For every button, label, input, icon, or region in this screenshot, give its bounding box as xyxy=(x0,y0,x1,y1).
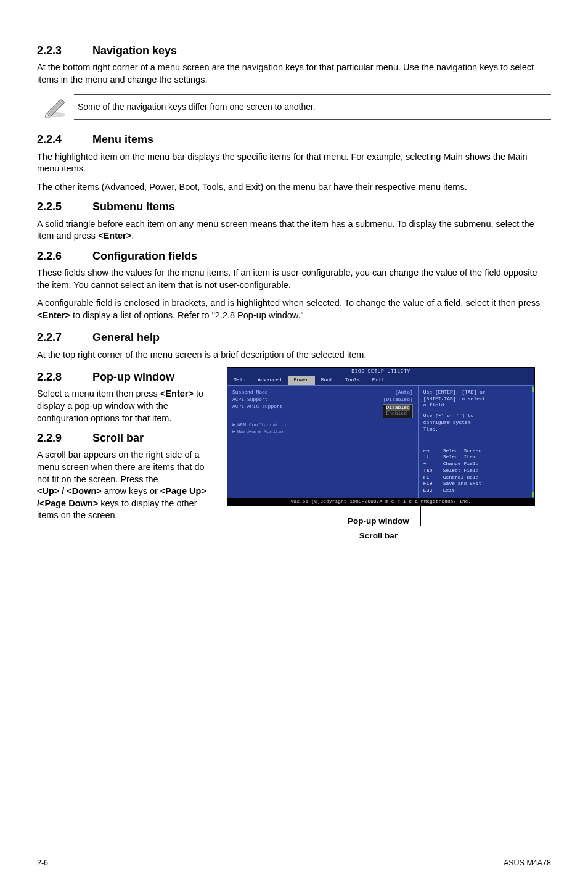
bios-help-text: Time. xyxy=(423,426,529,433)
bios-tab-advanced: Advanced xyxy=(251,376,287,385)
bios-row-value: [Disabled] xyxy=(383,397,413,403)
text: A configurable field is enclosed in brac… xyxy=(37,298,540,308)
heading-title: Pop-up window xyxy=(92,371,174,383)
text: to display a list of options. Refer to "… xyxy=(70,310,304,320)
bios-key: ↑↓ xyxy=(423,454,439,461)
bios-title: BIOS SETUP UTILITY xyxy=(227,368,534,376)
bios-row-label: ACPI APIC support xyxy=(232,403,283,418)
bios-sub-label: APM Configuration xyxy=(237,422,288,427)
bios-key-desc: Select Screen xyxy=(443,448,481,455)
text: Select a menu item then press xyxy=(37,389,160,398)
bios-keys: ←→Select Screen ↑↓Select Item +-Change F… xyxy=(423,448,529,495)
bios-left-pane: Suspend Mode[Auto] ACPI Support[Disabled… xyxy=(227,386,419,498)
heading-title: Submenu items xyxy=(92,200,175,213)
heading-2-2-8: 2.2.8Pop-up window xyxy=(37,369,216,384)
bios-help-text: Use [ENTER], [TAB] or xyxy=(423,389,529,396)
bios-tabs: Main Advanced Power Boot Tools Exit xyxy=(227,376,534,385)
bios-key-desc: Change Field xyxy=(443,461,479,468)
heading-num: 2.2.4 xyxy=(37,132,92,147)
heading-2-2-4: 2.2.4Menu items xyxy=(37,132,551,147)
text: arrow keys or xyxy=(102,486,160,496)
heading-num: 2.2.6 xyxy=(37,249,92,263)
body-2-2-4-b: The other items (Advanced, Power, Boot, … xyxy=(37,181,551,194)
bios-footer: v02.61 (C)Copyright 1985-2008,A m e r i … xyxy=(227,498,534,505)
body-2-2-3: At the bottom right corner of a menu scr… xyxy=(37,62,551,86)
heading-num: 2.2.3 xyxy=(37,43,92,58)
bios-help-text: [SHIFT-TAB] to select xyxy=(423,396,529,403)
body-2-2-9-b: <Up> / <Down> arrow keys or <Page Up> /<… xyxy=(37,485,216,522)
bios-help-text: a field. xyxy=(423,402,529,409)
heading-num: 2.2.5 xyxy=(37,199,92,214)
bios-help-text: Use [+] or [-] to xyxy=(423,413,529,419)
key-enter: <Enter> xyxy=(160,389,194,398)
bios-help-pane: Use [ENTER], [TAB] or [SHIFT-TAB] to sel… xyxy=(419,386,534,498)
heading-num: 2.2.8 xyxy=(37,369,92,384)
bios-tab-boot: Boot xyxy=(315,376,339,385)
bios-key: ESC xyxy=(423,487,439,494)
bios-tab-tools: Tools xyxy=(339,376,366,385)
bios-help-text: configure system xyxy=(423,419,529,426)
popup-window-callout: Pop-up window xyxy=(348,516,409,527)
heading-num: 2.2.9 xyxy=(37,431,92,445)
bios-key: F10 xyxy=(423,481,439,487)
bios-scrollbar xyxy=(532,386,534,498)
bios-key-desc: Save and Exit xyxy=(443,481,481,487)
body-2-2-6-b: A configurable field is enclosed in brac… xyxy=(37,297,551,321)
key-enter: <Enter> xyxy=(98,231,131,241)
callout-line xyxy=(420,506,421,526)
bios-tab-main: Main xyxy=(227,376,251,385)
callout-line xyxy=(378,506,378,514)
bios-key: Tab xyxy=(423,468,439,474)
heading-2-2-6: 2.2.6Configuration fields xyxy=(37,249,551,263)
bios-key: +- xyxy=(423,461,439,468)
body-2-2-7: At the top right corner of the menu scre… xyxy=(37,349,551,361)
heading-title: Scroll bar xyxy=(92,432,144,444)
triangle-icon: ► xyxy=(232,429,235,434)
text: . xyxy=(131,231,134,241)
key-enter: <Enter> xyxy=(37,310,70,320)
bios-tab-power: Power xyxy=(288,376,315,385)
note-row: Some of the navigation keys differ from … xyxy=(37,94,551,120)
heading-title: Menu items xyxy=(92,133,153,146)
body-2-2-5: A solid triangle before each item on any… xyxy=(37,218,551,242)
bios-sub-label: Hardware Monitor xyxy=(237,429,285,434)
page-number: 2-6 xyxy=(37,858,48,868)
bios-key-desc: Exit xyxy=(443,487,455,494)
bios-popup: Disabled Enabled xyxy=(383,403,412,418)
body-2-2-8: Select a menu item then press <Enter> to… xyxy=(37,388,216,424)
heading-title: Navigation keys xyxy=(92,44,177,57)
bios-row-label: ACPI Support xyxy=(232,397,268,403)
bios-row-label: Suspend Mode xyxy=(232,389,268,396)
bios-screenshot: BIOS SETUP UTILITY Main Advanced Power B… xyxy=(224,367,551,542)
bios-row-value: [Auto] xyxy=(395,389,413,396)
heading-2-2-3: 2.2.3Navigation keys xyxy=(37,43,551,58)
body-2-2-4-a: The highlighted item on the menu bar dis… xyxy=(37,151,551,175)
bios-submenu: ►Hardware Monitor xyxy=(232,429,413,435)
bios-key: F1 xyxy=(423,474,439,481)
body-2-2-9-a: A scroll bar appears on the right side o… xyxy=(37,449,216,485)
heading-2-2-9: 2.2.9Scroll bar xyxy=(37,431,216,445)
triangle-icon: ► xyxy=(232,422,235,427)
bios-tab-exit: Exit xyxy=(366,376,390,385)
pencil-icon xyxy=(37,96,74,118)
bios-key-desc: Select Field xyxy=(443,468,479,474)
note-text: Some of the navigation keys differ from … xyxy=(74,94,551,120)
heading-2-2-5: 2.2.5Submenu items xyxy=(37,199,551,214)
bios-key-desc: Select Item xyxy=(443,454,476,461)
key-updown: <Up> / <Down> xyxy=(37,486,102,496)
page-footer: 2-6 ASUS M4A78 xyxy=(37,854,551,868)
bios-popup-opt: Enabled xyxy=(386,411,409,416)
heading-2-2-7: 2.2.7General help xyxy=(37,330,551,345)
bios-submenu: ►APM Configuration xyxy=(232,422,413,429)
heading-title: Configuration fields xyxy=(92,250,197,262)
footer-product: ASUS M4A78 xyxy=(504,858,551,868)
body-2-2-6-a: These fields show the values for the men… xyxy=(37,267,551,291)
heading-num: 2.2.7 xyxy=(37,330,92,345)
bios-key: ←→ xyxy=(423,448,439,455)
bios-key-desc: General Help xyxy=(443,474,479,481)
heading-title: General help xyxy=(92,331,160,344)
